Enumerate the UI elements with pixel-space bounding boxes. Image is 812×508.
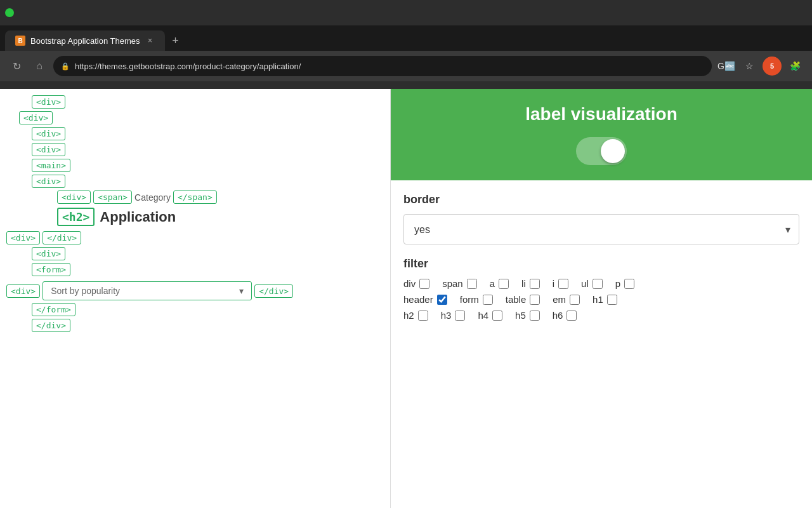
h2-content: Application	[100, 209, 176, 225]
main-tag[interactable]: <main>	[32, 159, 70, 172]
close-form-tag[interactable]: </form>	[32, 303, 75, 316]
label-viz-header: label visualization	[391, 89, 812, 180]
tree-row-div-closediv: <div> </div>	[6, 231, 346, 244]
div-tag-3[interactable]: <div>	[32, 127, 65, 140]
filter-ul-label: ul	[581, 278, 589, 289]
span-close-tag[interactable]: </span>	[173, 190, 217, 204]
nav-bar: ↻ ⌂ 🔒 https://themes.getbootstrap.com/pr…	[0, 51, 812, 81]
sort-label: Sort by popularity	[51, 286, 120, 296]
div-tag-4[interactable]: <div>	[32, 143, 65, 156]
tree-node-div1: <div>	[32, 95, 346, 109]
form-tag[interactable]: <form>	[32, 263, 70, 276]
html-tree-panel: <div> <div> <div> <div> <main> <div> <di…	[0, 89, 352, 508]
sort-dropdown[interactable]: Sort by popularity ▾	[43, 281, 252, 300]
div-tag-2[interactable]: <div>	[19, 111, 53, 124]
address-bar[interactable]: 🔒 https://themes.getbootstrap.com/produc…	[53, 56, 712, 76]
new-tab-button[interactable]: +	[165, 30, 185, 51]
filter-h5-checkbox[interactable]	[530, 311, 540, 321]
div-tag-7[interactable]: <div>	[32, 247, 65, 260]
sort-row: <div> Sort by popularity ▾ </div>	[6, 281, 346, 300]
filter-table-checkbox[interactable]	[530, 295, 540, 305]
translate-button[interactable]: G🔤	[717, 57, 736, 76]
filter-header-checkbox[interactable]	[437, 295, 447, 305]
filter-h3-checkbox[interactable]	[455, 311, 465, 321]
filter-table-label: table	[506, 294, 527, 305]
filter-a-checkbox[interactable]	[499, 279, 509, 289]
filter-div[interactable]: div	[403, 278, 429, 289]
filter-a[interactable]: a	[490, 278, 509, 289]
tree-node-div5: <div>	[32, 175, 346, 188]
tree-node-div3: <div>	[32, 127, 346, 140]
filter-li[interactable]: li	[521, 278, 540, 289]
filter-p-label: p	[615, 278, 620, 289]
filter-em[interactable]: em	[553, 294, 580, 305]
filter-h2[interactable]: h2	[403, 310, 428, 321]
filter-table[interactable]: table	[506, 294, 540, 305]
filter-row-3: h2 h3 h4 h5 h6	[403, 310, 799, 321]
tab-favicon: B	[15, 36, 25, 46]
close-div-tag[interactable]: </div>	[43, 231, 81, 244]
filter-i-label: i	[553, 278, 554, 289]
filter-h1-label: h1	[593, 294, 603, 305]
h2-tag[interactable]: <h2>	[57, 208, 95, 226]
filter-form-checkbox[interactable]	[483, 295, 493, 305]
browser-tab[interactable]: B Bootstrap Application Themes ×	[5, 30, 165, 51]
filter-span-checkbox[interactable]	[467, 279, 477, 289]
traffic-light-green[interactable]	[5, 8, 14, 17]
filter-p[interactable]: p	[615, 278, 634, 289]
filter-form-label: form	[460, 294, 479, 305]
close-div-sort-tag[interactable]: </div>	[254, 284, 293, 298]
filter-h2-checkbox[interactable]	[418, 311, 428, 321]
filter-h1[interactable]: h1	[593, 294, 617, 305]
div-tag-5[interactable]: <div>	[32, 175, 65, 188]
reload-button[interactable]: ↻	[8, 57, 25, 75]
filter-h4-checkbox[interactable]	[492, 311, 502, 321]
filter-h1-checkbox[interactable]	[607, 295, 617, 305]
extensions-button[interactable]: 🧩	[785, 57, 804, 76]
tree-node-close-div: </div>	[32, 319, 346, 332]
tree-node-main: <main>	[32, 159, 346, 172]
filter-h2-label: h2	[403, 310, 414, 321]
filter-h5[interactable]: h5	[515, 310, 540, 321]
filter-i-checkbox[interactable]	[558, 279, 568, 289]
filter-li-checkbox[interactable]	[530, 279, 540, 289]
tree-node-form: <form>	[32, 263, 346, 276]
html5-ext-button[interactable]: 5	[763, 57, 782, 76]
browser-chrome: B Bootstrap Application Themes × + ↻ ⌂ 🔒…	[0, 0, 812, 89]
url-text: https://themes.getbootstrap.com/product-…	[75, 62, 301, 71]
tree-node-close-form: </form>	[32, 303, 346, 316]
filter-h6[interactable]: h6	[553, 310, 577, 321]
filter-header[interactable]: header	[403, 294, 447, 305]
filter-header-label: header	[403, 294, 433, 305]
lock-icon: 🔒	[61, 62, 70, 70]
span-open-tag[interactable]: <span>	[93, 190, 132, 204]
filter-ul-checkbox[interactable]	[593, 279, 603, 289]
border-section-label: border	[403, 193, 799, 206]
filter-p-checkbox[interactable]	[624, 279, 634, 289]
toggle-switch[interactable]	[576, 137, 627, 165]
filter-div-checkbox[interactable]	[419, 279, 429, 289]
filter-em-label: em	[553, 294, 566, 305]
filter-h6-checkbox[interactable]	[566, 311, 577, 321]
filter-span[interactable]: span	[442, 278, 477, 289]
category-text: Category	[134, 192, 171, 203]
border-select[interactable]: yes no	[403, 214, 799, 244]
filter-h3[interactable]: h3	[441, 310, 466, 321]
filter-section-label: filter	[403, 257, 799, 271]
div-tag-6[interactable]: <div>	[57, 190, 91, 204]
filter-ul[interactable]: ul	[581, 278, 603, 289]
label-viz-title: label visualization	[525, 104, 678, 124]
filter-em-checkbox[interactable]	[570, 295, 580, 305]
div-tag-sort[interactable]: <div>	[6, 284, 40, 298]
filter-h4[interactable]: h4	[478, 310, 502, 321]
tab-close-button[interactable]: ×	[145, 36, 155, 46]
div-tag-1[interactable]: <div>	[32, 95, 65, 109]
filter-i[interactable]: i	[553, 278, 568, 289]
close-div-tag-2[interactable]: </div>	[32, 319, 70, 332]
div-tag-left[interactable]: <div>	[6, 231, 40, 244]
filter-form[interactable]: form	[460, 294, 493, 305]
filter-a-label: a	[490, 278, 495, 289]
sort-dropdown-arrow-icon: ▾	[239, 286, 244, 296]
bookmark-button[interactable]: ☆	[740, 57, 759, 76]
home-button[interactable]: ⌂	[30, 57, 48, 75]
